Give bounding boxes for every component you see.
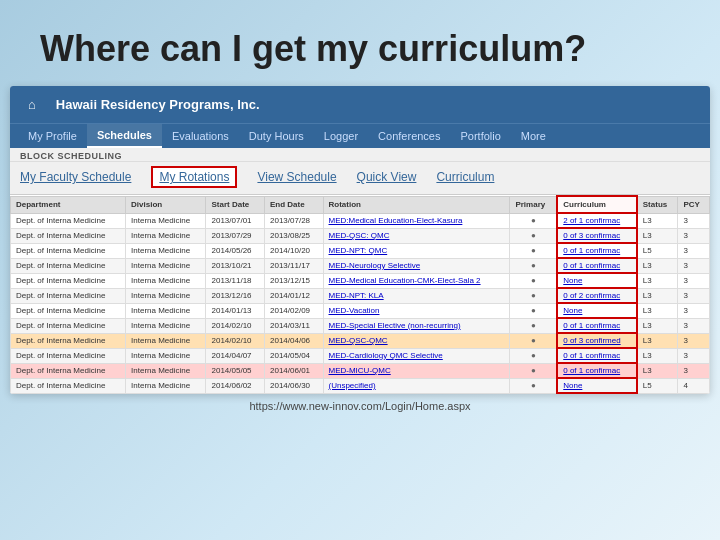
nav-item-logger[interactable]: Logger — [314, 125, 368, 147]
col-primary: Primary — [510, 196, 557, 213]
table-row: Dept. of Interna MedicineInterna Medicin… — [11, 333, 710, 348]
footer-url: https://www.new-innov.com/Login/Home.asp… — [249, 400, 470, 412]
table-container: Department Division Start Date End Date … — [10, 195, 710, 394]
nav-item-more[interactable]: More — [511, 125, 556, 147]
nav-item-duty-hours[interactable]: Duty Hours — [239, 125, 314, 147]
slide-footer: https://www.new-innov.com/Login/Home.asp… — [0, 394, 720, 418]
sub-nav-view-schedule[interactable]: View Schedule — [257, 170, 336, 184]
rotations-table: Department Division Start Date End Date … — [10, 195, 710, 394]
table-row: Dept. of Interna MedicineInterna Medicin… — [11, 243, 710, 258]
col-rotation: Rotation — [323, 196, 510, 213]
table-row: Dept. of Interna MedicineInterna Medicin… — [11, 228, 710, 243]
app-header: ⌂ Hawaii Residency Programs, Inc. — [10, 86, 710, 123]
table-row: Dept. of Interna MedicineInterna Medicin… — [11, 363, 710, 378]
sub-nav-my-rotations[interactable]: My Rotations — [151, 166, 237, 188]
sub-nav-quick-view[interactable]: Quick View — [357, 170, 417, 184]
table-row: Dept. of Interna MedicineInterna Medicin… — [11, 258, 710, 273]
col-division: Division — [126, 196, 206, 213]
sub-nav-faculty-schedule[interactable]: My Faculty Schedule — [20, 170, 131, 184]
table-row: Dept. of Interna MedicineInterna Medicin… — [11, 303, 710, 318]
home-icon[interactable]: ⌂ — [20, 92, 44, 117]
app-header-title: Hawaii Residency Programs, Inc. — [56, 97, 260, 112]
col-curriculum: Curriculum — [557, 196, 637, 213]
table-row: Dept. of Interna MedicineInterna Medicin… — [11, 378, 710, 393]
slide-title: Where can I get my curriculum? — [0, 0, 720, 86]
table-row: Dept. of Interna MedicineInterna Medicin… — [11, 213, 710, 228]
col-start-date: Start Date — [206, 196, 265, 213]
app-screenshot: ⌂ Hawaii Residency Programs, Inc. My Pro… — [10, 86, 710, 394]
table-row: Dept. of Interna MedicineInterna Medicin… — [11, 273, 710, 288]
slide-container: Where can I get my curriculum? ⌂ Hawaii … — [0, 0, 720, 540]
nav-item-conferences[interactable]: Conferences — [368, 125, 450, 147]
nav-item-portfolio[interactable]: Portfolio — [450, 125, 510, 147]
table-row: Dept. of Interna MedicineInterna Medicin… — [11, 288, 710, 303]
table-row: Dept. of Interna MedicineInterna Medicin… — [11, 348, 710, 363]
nav-item-schedules[interactable]: Schedules — [87, 124, 162, 148]
sub-nav-label: BLOCK SCHEDULING — [10, 148, 710, 162]
col-status: Status — [637, 196, 678, 213]
nav-item-evaluations[interactable]: Evaluations — [162, 125, 239, 147]
col-end-date: End Date — [265, 196, 324, 213]
sub-nav: My Faculty Schedule My Rotations View Sc… — [10, 162, 710, 195]
app-nav: My Profile Schedules Evaluations Duty Ho… — [10, 123, 710, 148]
table-header-row: Department Division Start Date End Date … — [11, 196, 710, 213]
col-pcy: PCY — [678, 196, 710, 213]
sub-nav-curriculum[interactable]: Curriculum — [436, 170, 494, 184]
table-row: Dept. of Interna MedicineInterna Medicin… — [11, 318, 710, 333]
col-department: Department — [11, 196, 126, 213]
nav-item-profile[interactable]: My Profile — [18, 125, 87, 147]
